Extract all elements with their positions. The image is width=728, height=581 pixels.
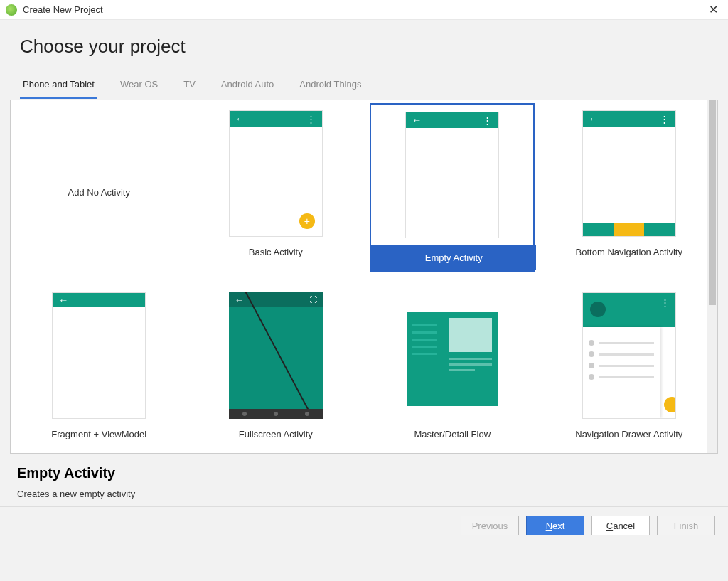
back-arrow-icon: ← [412, 114, 422, 126]
content-area: Choose your project Phone and Tablet Wea… [0, 20, 728, 581]
android-studio-icon [6, 4, 17, 16]
page-title: Choose your project [0, 20, 728, 75]
device-nav-bar-icon [229, 409, 323, 419]
template-label: Basic Activity [249, 247, 303, 257]
selected-title: Empty Activity [17, 465, 711, 481]
fullscreen-icon: ⛶ [309, 295, 317, 304]
fab-icon [664, 397, 676, 412]
template-fragment-viewmodel[interactable]: ← Fragment + ViewModel [11, 282, 188, 453]
close-icon[interactable]: ✕ [705, 3, 722, 16]
template-label: Fullscreen Activity [239, 429, 313, 439]
cancel-button[interactable]: Cancel [592, 516, 650, 535]
titlebar: Create New Project ✕ [0, 0, 728, 20]
back-arrow-icon: ← [235, 294, 244, 305]
template-label: Bottom Navigation Activity [576, 247, 682, 257]
overflow-menu-icon: ⋮ [660, 114, 670, 124]
wizard-buttons: Previous Next Cancel Finish [0, 506, 728, 544]
template-label: Navigation Drawer Activity [575, 429, 682, 439]
bottom-nav-icon [583, 223, 675, 236]
dialog-window: Create New Project ✕ Choose your project… [0, 0, 728, 581]
gallery-scrollbar[interactable] [707, 100, 717, 453]
avatar-icon [590, 302, 606, 317]
template-basic-activity[interactable]: ← ⋮ + Basic Activity [188, 100, 365, 282]
finish-button: Finish [657, 516, 715, 535]
overflow-menu-icon: ⋮ [660, 297, 670, 308]
template-empty-activity[interactable]: ← ⋮ Empty Activity [364, 100, 541, 282]
selected-description: Creates a new empty activity [17, 489, 711, 499]
template-fullscreen-activity[interactable]: ← ⛶ Fullscreen Activity [188, 282, 365, 453]
tab-android-auto[interactable]: Android Auto [218, 75, 277, 99]
previous-button: Previous [461, 516, 519, 535]
template-navigation-drawer[interactable]: ⋮ Navigation Drawer Activity [541, 282, 718, 453]
template-label: Empty Activity [371, 245, 536, 270]
template-master-detail[interactable]: Master/Detail Flow [364, 282, 541, 453]
overflow-menu-icon: ⋮ [483, 115, 493, 126]
template-label: Master/Detail Flow [414, 429, 491, 439]
selection-description: Empty Activity Creates a new empty activ… [0, 454, 728, 506]
template-add-no-activity[interactable]: Add No Activity [11, 100, 188, 282]
form-factor-tabs: Phone and Tablet Wear OS TV Android Auto… [0, 75, 728, 100]
overflow-menu-icon: ⋮ [306, 114, 316, 124]
back-arrow-icon: ← [589, 113, 599, 124]
template-gallery: Add No Activity ← ⋮ + Basic Activity [10, 100, 718, 454]
tab-android-things[interactable]: Android Things [296, 75, 364, 99]
back-arrow-icon: ← [235, 113, 245, 124]
tab-tv[interactable]: TV [181, 75, 198, 99]
template-bottom-navigation[interactable]: ← ⋮ Bottom Navigation Activity [541, 100, 718, 282]
tab-phone-tablet[interactable]: Phone and Tablet [20, 75, 97, 99]
tab-wear-os[interactable]: Wear OS [117, 75, 161, 99]
next-button[interactable]: Next [526, 516, 584, 535]
template-label: Fragment + ViewModel [51, 429, 146, 439]
back-arrow-icon: ← [58, 294, 68, 306]
fab-icon: + [299, 213, 315, 229]
window-title: Create New Project [23, 4, 103, 15]
